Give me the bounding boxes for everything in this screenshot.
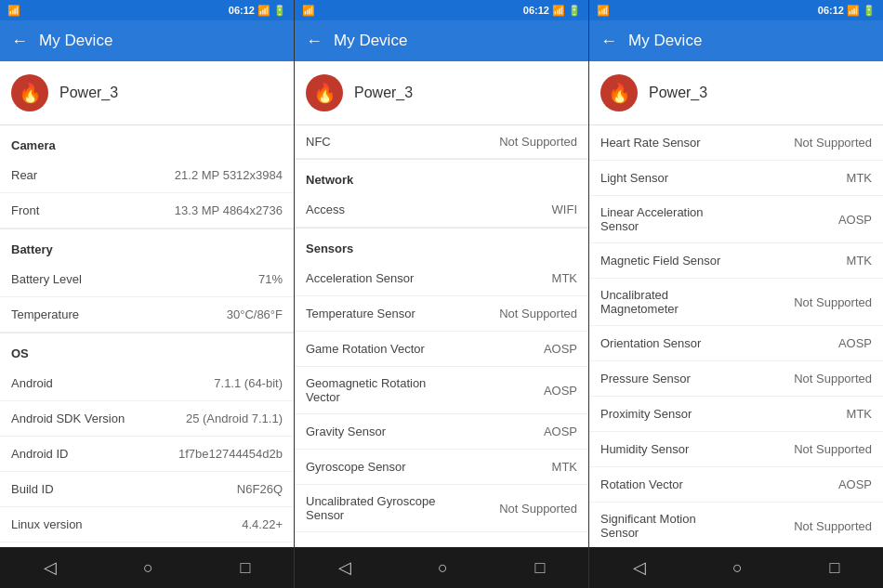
row-label: Game Rotation Vector <box>306 342 442 356</box>
nfc-label: NFC <box>306 135 442 149</box>
nav-btn-1[interactable]: ○ <box>419 551 467 585</box>
nav-btn-1[interactable]: ○ <box>714 551 761 585</box>
row-label: Significant Motion Sensor <box>600 512 736 540</box>
row-value: 13.3 MP 4864x2736 <box>147 203 283 217</box>
device-header: 🔥 Power_3 <box>295 61 588 125</box>
nav-btn-0[interactable]: ◁ <box>320 550 370 585</box>
row-value: WIFI <box>442 203 577 216</box>
status-bar: 📶 06:12 📶 🔋 <box>295 0 588 20</box>
top-bar: ← My Device <box>589 20 883 61</box>
nav-btn-1[interactable]: ○ <box>125 551 172 585</box>
top-bar: ← My Device <box>295 20 588 61</box>
row-label: Battery Level <box>11 272 147 286</box>
row-value: 30°C/86°F <box>147 307 283 321</box>
screen-1: 📶 06:12 📶 🔋 ← My Device 🔥 Power_3 Camera… <box>0 0 295 588</box>
row-label: Temperature Sensor <box>306 307 442 320</box>
row-value: Not Supported <box>736 519 872 533</box>
info-row: Acceleration Sensor MTK <box>295 261 588 296</box>
row-value: 25 (Android 7.1.1) <box>147 412 283 425</box>
row-label: Heart Rate Sensor <box>600 136 736 150</box>
status-icons: 📶 🔋 <box>257 5 286 17</box>
bottom-nav: ◁○□ <box>0 547 294 588</box>
status-time: 06:12 <box>523 5 549 16</box>
row-label: Access <box>306 203 442 216</box>
info-row: Linear Acceleration Sensor AOSP <box>589 196 883 243</box>
status-left: 📶 <box>7 5 20 17</box>
nav-btn-2[interactable]: □ <box>811 551 858 585</box>
row-value: MTK <box>442 460 577 474</box>
row-label: Linux version <box>11 517 147 531</box>
status-icon-left: 📶 <box>597 5 610 17</box>
info-row: Uncalibrated Gyroscope Sensor Not Suppor… <box>295 485 588 532</box>
status-right: 06:12 📶 🔋 <box>523 5 581 17</box>
row-label: Gravity Sensor <box>306 425 442 438</box>
row-label: Linear Acceleration Sensor <box>600 205 736 233</box>
device-header: 🔥 Power_3 <box>0 61 294 125</box>
top-bar: ← My Device <box>0 20 294 61</box>
back-button[interactable]: ← <box>11 32 28 51</box>
device-name: Power_3 <box>59 85 118 101</box>
info-row: Light Sensor MTK <box>589 161 883 196</box>
top-title: My Device <box>628 32 702 50</box>
nfc-value: Not Supported <box>442 135 577 149</box>
info-row: Proximity Sensor MTK <box>589 397 883 432</box>
row-value: AOSP <box>442 425 577 438</box>
nav-btn-0[interactable]: ◁ <box>614 550 665 585</box>
info-row: Game Rotation Vector AOSP <box>295 332 588 367</box>
row-label: Uncalibrated Magnetometer <box>600 288 736 316</box>
row-label: Build ID <box>11 482 147 496</box>
device-icon: 🔥 <box>11 74 48 111</box>
device-name: Power_3 <box>354 85 413 101</box>
status-bar: 📶 06:12 📶 🔋 <box>589 0 883 20</box>
info-row: Rotation Vector AOSP <box>589 467 883 503</box>
bottom-nav: ◁○□ <box>589 547 883 588</box>
back-button[interactable]: ← <box>306 32 323 51</box>
device-icon: 🔥 <box>600 74 638 111</box>
info-row: Magnetic Field Sensor MTK <box>589 243 883 279</box>
nav-btn-2[interactable]: □ <box>221 551 269 585</box>
info-row: Significant Motion Sensor Not Supported <box>589 503 883 547</box>
info-row: Build ID N6F26Q <box>0 472 294 507</box>
info-row: Temperature 30°C/86°F <box>0 297 294 333</box>
nav-btn-2[interactable]: □ <box>516 551 563 585</box>
content-area: 🔥 Power_3 Camera Rear 21.2 MP 5312x3984 … <box>0 61 294 547</box>
top-title: My Device <box>334 32 407 50</box>
device-header: 🔥 Power_3 <box>589 61 883 125</box>
status-icon-left: 📶 <box>7 5 20 17</box>
row-value: 7.1.1 (64-bit) <box>147 376 283 390</box>
content-area: 🔥 Power_3 NFC Not Supported Network Acce… <box>295 61 588 547</box>
row-label: Android SDK Version <box>11 412 147 425</box>
nav-btn-0[interactable]: ◁ <box>25 550 75 585</box>
row-label: Acceleration Sensor <box>306 271 442 285</box>
info-row: Gravity Sensor AOSP <box>295 414 588 450</box>
row-label: Light Sensor <box>600 171 736 185</box>
section-header-camera: Camera <box>0 125 294 158</box>
row-value: Not Supported <box>442 307 577 320</box>
status-icons: 📶 🔋 <box>552 5 581 17</box>
row-value: AOSP <box>442 342 577 356</box>
info-row: Pressure Sensor Not Supported <box>589 361 883 397</box>
row-label: Gyroscope Sensor <box>306 460 442 474</box>
row-label: Magnetic Field Sensor <box>600 254 736 268</box>
row-value: 71% <box>147 272 283 286</box>
top-title: My Device <box>39 32 112 50</box>
row-value: AOSP <box>736 213 872 227</box>
device-icon: 🔥 <box>306 74 343 111</box>
row-value: 21.2 MP 5312x3984 <box>147 168 283 182</box>
info-row: Humidity Sensor Not Supported <box>589 432 883 467</box>
info-row: Front 13.3 MP 4864x2736 <box>0 193 294 229</box>
info-row: Android ID 1f7be12744454d2b <box>0 437 294 472</box>
row-label: Uncalibrated Gyroscope Sensor <box>306 494 442 522</box>
row-value: Not Supported <box>736 442 872 456</box>
info-row: Access WIFI <box>295 192 588 228</box>
row-value: AOSP <box>736 336 872 350</box>
back-button[interactable]: ← <box>600 32 617 51</box>
info-row: Heart Rate Sensor Not Supported <box>589 125 883 161</box>
status-time: 06:12 <box>229 5 255 16</box>
section-header-battery: Battery <box>0 229 294 262</box>
section-header-network: Network <box>295 160 588 192</box>
info-row: Android SDK Version 25 (Android 7.1.1) <box>0 401 294 437</box>
row-value: Not Supported <box>736 295 872 309</box>
row-label: Pressure Sensor <box>600 372 736 385</box>
row-value: 1f7be12744454d2b <box>147 447 283 461</box>
